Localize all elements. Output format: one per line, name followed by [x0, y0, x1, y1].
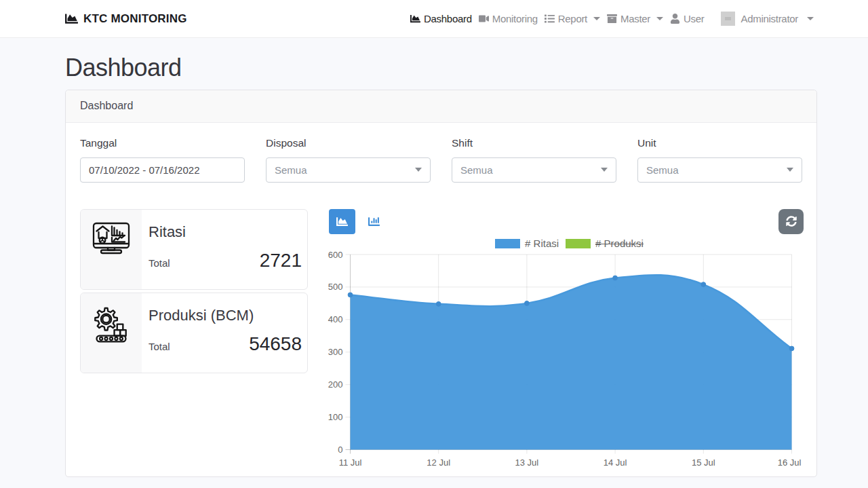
y-tick-label: 0: [338, 445, 342, 455]
legend-item-ritasi[interactable]: # Ritasi: [495, 238, 559, 249]
y-tick-label: 400: [328, 314, 343, 324]
nav-label: Monitoring: [492, 13, 538, 24]
nav-label: Report: [558, 13, 587, 24]
card-body: Tanggal 07/10/2022 - 07/16/2022 Disposal…: [66, 123, 816, 476]
filter-label: Disposal: [266, 137, 431, 149]
nav-item-master[interactable]: Master: [604, 13, 667, 24]
chevron-down-icon: [807, 17, 814, 20]
chevron-down-icon: [415, 168, 422, 172]
area-fill: [351, 275, 792, 449]
chart-area-icon: [65, 12, 78, 25]
stat-card-body: Ritasi Total 2721: [142, 210, 307, 289]
filter-tanggal: Tanggal 07/10/2022 - 07/16/2022: [80, 137, 245, 183]
chart-bar-icon: [368, 216, 380, 227]
brand-label: KTC MONITORING: [83, 12, 187, 26]
monitor-dashboard-icon: [81, 210, 142, 289]
legend-label: # Ritasi: [525, 238, 559, 249]
chevron-down-icon: [656, 17, 663, 20]
nav-item-dashboard[interactable]: Dashboard: [407, 13, 475, 24]
monitor-dashboard-illustration: [90, 219, 133, 263]
chart-column: # Ritasi# Produksi 010020030040050060011…: [319, 209, 804, 469]
chart-canvas[interactable]: 010020030040050060011 Jul12 Jul13 Jul14 …: [319, 250, 804, 466]
chevron-down-icon: [601, 168, 608, 172]
select-value: Semua: [275, 164, 307, 176]
y-tick-label: 100: [328, 412, 343, 422]
x-tick-label: 11 Jul: [339, 457, 362, 466]
main-nav: Dashboard Monitoring Report Master User …: [407, 12, 817, 26]
y-tick-label: 600: [328, 250, 343, 260]
chevron-down-icon: [787, 168, 793, 172]
sync-icon: [786, 216, 797, 227]
legend-label: # Produksi: [595, 238, 644, 249]
x-tick-label: 13 Jul: [515, 457, 539, 466]
daterange-input[interactable]: 07/10/2022 - 07/16/2022: [80, 157, 245, 183]
chart-area-icon: [410, 14, 420, 24]
filter-shift: Shift Semua: [452, 137, 616, 183]
video-icon: [479, 14, 489, 24]
stat-row: Total 2721: [149, 250, 302, 271]
filters-row: Tanggal 07/10/2022 - 07/16/2022 Disposal…: [80, 137, 802, 183]
chart-legend: # Ritasi# Produksi: [319, 238, 804, 249]
stat-title: Ritasi: [149, 223, 302, 241]
select-value: Semua: [646, 164, 679, 176]
stat-value: 2721: [260, 250, 302, 271]
filter-disposal: Disposal Semua: [266, 137, 431, 183]
data-point: [613, 276, 618, 280]
conveyor-gear-icon: [81, 293, 142, 373]
conveyor-gear-illustration: [92, 305, 130, 343]
refresh-button[interactable]: [778, 209, 804, 234]
card-header: Dashboard: [66, 90, 816, 123]
nav-label: User: [684, 13, 704, 24]
stats-column: Ritasi Total 2721: [80, 209, 308, 469]
page-title: Dashboard: [65, 53, 817, 83]
archive-icon: [607, 14, 617, 24]
data-point: [789, 346, 794, 351]
stat-row: Total 54658: [149, 333, 302, 355]
stat-total-label: Total: [149, 341, 170, 352]
stat-title: Produksi (BCM): [149, 307, 302, 324]
nav-label: Master: [620, 13, 650, 24]
daterange-value: 07/10/2022 - 07/16/2022: [89, 164, 199, 176]
user-menu-label: Administrator: [741, 13, 798, 24]
bar-chart-toggle-button[interactable]: [361, 209, 387, 234]
user-icon: [670, 14, 680, 24]
x-tick-label: 15 Jul: [692, 457, 715, 466]
brand[interactable]: KTC MONITORING: [65, 12, 187, 26]
nav-item-monitoring[interactable]: Monitoring: [475, 13, 541, 24]
stats-and-chart-row: Ritasi Total 2721: [80, 209, 802, 469]
x-tick-label: 16 Jul: [778, 457, 802, 466]
area-chart-toggle-button[interactable]: [329, 209, 355, 234]
x-tick-label: 14 Jul: [604, 457, 627, 466]
nav-item-user-menu[interactable]: Administrator: [717, 12, 817, 26]
filter-label: Unit: [637, 137, 802, 149]
disposal-select[interactable]: Semua: [266, 157, 431, 183]
data-point: [525, 301, 530, 305]
stat-card-body: Produksi (BCM) Total 54658: [142, 293, 307, 373]
chart-area-icon: [336, 216, 348, 227]
filter-label: Shift: [452, 137, 616, 149]
area-chart: 010020030040050060011 Jul12 Jul13 Jul14 …: [319, 250, 804, 469]
y-tick-label: 300: [328, 347, 343, 357]
shift-select[interactable]: Semua: [452, 157, 616, 183]
filter-unit: Unit Semua: [637, 137, 802, 183]
data-point: [701, 282, 706, 287]
unit-select[interactable]: Semua: [637, 157, 802, 183]
stat-card-ritasi: Ritasi Total 2721: [80, 209, 308, 290]
stat-total-label: Total: [149, 257, 170, 269]
list-icon: [545, 14, 555, 24]
nav-item-user[interactable]: User: [667, 13, 707, 24]
chevron-down-icon: [593, 17, 600, 20]
data-point: [348, 293, 353, 297]
top-navbar: KTC MONITORING Dashboard Monitoring Repo…: [0, 0, 868, 38]
select-value: Semua: [460, 164, 493, 176]
y-tick-label: 500: [328, 282, 343, 292]
stat-card-produksi: Produksi (BCM) Total 54658: [80, 293, 308, 373]
page-content: Dashboard Dashboard Tanggal 07/10/2022 -…: [0, 38, 868, 477]
nav-item-report[interactable]: Report: [541, 13, 604, 24]
legend-item-produksi[interactable]: # Produksi: [566, 238, 644, 249]
data-point: [436, 301, 441, 306]
avatar: [721, 12, 735, 26]
nav-label: Dashboard: [424, 13, 472, 24]
legend-color-box: [566, 239, 591, 248]
dashboard-card: Dashboard Tanggal 07/10/2022 - 07/16/202…: [65, 90, 817, 477]
